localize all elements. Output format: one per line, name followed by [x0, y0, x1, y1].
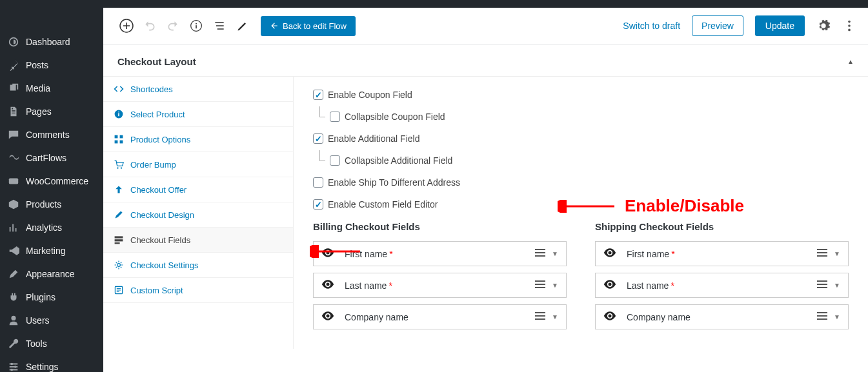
field-label: Company name — [627, 312, 691, 322]
collapse-icon[interactable]: ▲ — [847, 58, 854, 65]
settings-nav-order-bump[interactable]: Order Bump — [103, 152, 293, 177]
svg-rect-0 — [9, 179, 18, 184]
drag-handle-icon[interactable] — [817, 248, 827, 259]
sidebar-label: CartFlows — [26, 153, 66, 163]
appearance-icon — [8, 268, 19, 280]
sidebar-item-appearance[interactable]: Appearance — [0, 262, 103, 286]
settings-nav-checkout-settings[interactable]: Checkout Settings — [103, 253, 293, 278]
svg-point-1 — [11, 363, 14, 366]
field-label: Last name — [345, 280, 387, 291]
preview-button[interactable]: Preview — [692, 15, 743, 36]
eye-icon[interactable] — [321, 248, 334, 259]
switch-to-draft-link[interactable]: Switch to draft — [623, 21, 680, 31]
settings-nav-checkout-design[interactable]: Checkout Design — [103, 202, 293, 228]
eye-icon[interactable] — [321, 311, 334, 322]
settings-nav-checkout-offer[interactable]: Checkout Offer — [103, 177, 293, 202]
svg-rect-15 — [120, 135, 123, 139]
svg-rect-31 — [535, 312, 545, 313]
sidebar-item-marketing[interactable]: Marketing — [0, 239, 103, 262]
svg-rect-16 — [115, 141, 118, 144]
checkbox-label: Collapsible Coupon Field — [345, 112, 445, 122]
svg-rect-27 — [535, 255, 545, 257]
svg-point-8 — [848, 21, 851, 23]
panel-header: Checkout Layout ▲ — [103, 44, 868, 76]
settings-nav-select-product[interactable]: Select Product — [103, 102, 293, 127]
users-icon — [8, 315, 19, 326]
required-asterisk: * — [389, 249, 392, 259]
sidebar-label: Users — [26, 315, 50, 326]
field-label: Company name — [345, 312, 409, 322]
pages-icon — [8, 106, 19, 117]
field-row[interactable]: Company name▼ — [313, 304, 567, 329]
redo-button[interactable] — [161, 14, 185, 37]
sidebar-label: Appearance — [26, 269, 75, 279]
settings-nav-custom-script[interactable]: Custom Script — [103, 278, 293, 303]
content-area: Back to edit Flow Switch to draft Previe… — [103, 8, 868, 372]
checkbox-label: Collapsible Additional Field — [345, 155, 452, 166]
sidebar-item-cartflows[interactable]: CartFlows — [0, 146, 103, 170]
eye-icon[interactable] — [603, 311, 616, 322]
sidebar-item-woocommerce[interactable]: WooCommerce — [0, 170, 103, 193]
eye-icon[interactable] — [603, 248, 616, 259]
sidebar-label: Posts — [26, 60, 48, 70]
drag-handle-icon[interactable] — [817, 280, 827, 291]
settings-nav-checkout-fields[interactable]: Checkout Fields — [103, 228, 293, 253]
sidebar-item-pages[interactable]: Pages — [0, 100, 103, 123]
shipping-fields-column: Shipping Checkout Fields First name*▼Las… — [595, 221, 849, 336]
settings-nav-product-options[interactable]: Product Options — [103, 127, 293, 152]
svg-point-13 — [118, 112, 119, 113]
field-row[interactable]: Last name*▼ — [595, 273, 849, 298]
sidebar-item-dashboard[interactable]: Dashboard — [0, 30, 103, 54]
sidebar-item-plugins[interactable]: Plugins — [0, 286, 103, 309]
svg-point-6 — [196, 23, 197, 24]
drag-handle-icon[interactable] — [817, 311, 827, 322]
sidebar-item-comments[interactable]: Comments — [0, 123, 103, 146]
analytics-icon — [8, 222, 19, 233]
field-row[interactable]: First name*▼ — [595, 241, 849, 266]
add-block-button[interactable] — [115, 14, 138, 37]
checkbox-collapsible-coupon[interactable]: Collapsible Coupon Field — [330, 112, 849, 122]
drag-handle-icon[interactable] — [535, 280, 545, 291]
checkbox-enable-ship-diff[interactable]: Enable Ship To Different Address — [313, 177, 849, 188]
checkbox-enable-custom-field[interactable]: Enable Custom Field Editor — [313, 199, 849, 210]
checkbox-enable-additional[interactable]: Enable Additional Field — [313, 133, 849, 144]
sidebar-label: Plugins — [26, 292, 56, 302]
expand-caret-icon[interactable]: ▼ — [552, 250, 558, 257]
sidebar-label: Comments — [26, 130, 70, 140]
expand-caret-icon[interactable]: ▼ — [552, 282, 558, 289]
svg-rect-36 — [817, 255, 827, 257]
field-row[interactable]: First name*▼ — [313, 241, 567, 266]
sidebar-item-products[interactable]: Products — [0, 193, 103, 216]
back-to-flow-button[interactable]: Back to edit Flow — [261, 16, 356, 36]
settings-gear-button[interactable] — [816, 19, 831, 33]
marketing-icon — [8, 245, 19, 257]
drag-handle-icon[interactable] — [535, 248, 545, 259]
expand-caret-icon[interactable]: ▼ — [834, 250, 840, 257]
expand-caret-icon[interactable]: ▼ — [834, 313, 840, 320]
gear-small-icon — [114, 260, 124, 270]
eye-icon[interactable] — [321, 280, 334, 291]
sidebar-item-settings[interactable]: Settings — [0, 355, 103, 372]
more-options-button[interactable] — [842, 19, 856, 33]
sidebar-item-media[interactable]: Media — [0, 77, 103, 100]
svg-rect-14 — [115, 135, 118, 139]
settings-nav-shortcodes[interactable]: Shortcodes — [103, 77, 293, 102]
outline-button[interactable] — [208, 14, 231, 37]
info-button[interactable] — [185, 14, 208, 37]
sidebar-item-users[interactable]: Users — [0, 309, 103, 332]
sidebar-item-posts[interactable]: Posts — [0, 54, 103, 77]
update-button[interactable]: Update — [755, 15, 805, 36]
sidebar-item-analytics[interactable]: Analytics — [0, 216, 103, 239]
field-row[interactable]: Last name*▼ — [313, 273, 567, 298]
svg-rect-22 — [115, 242, 120, 244]
undo-button[interactable] — [138, 14, 161, 37]
checkbox-collapsible-additional[interactable]: Collapsible Additional Field — [330, 155, 849, 166]
field-row[interactable]: Company name▼ — [595, 304, 849, 329]
edit-button[interactable] — [231, 14, 254, 37]
sidebar-item-tools[interactable]: Tools — [0, 332, 103, 355]
expand-caret-icon[interactable]: ▼ — [834, 282, 840, 289]
drag-handle-icon[interactable] — [535, 311, 545, 322]
eye-icon[interactable] — [603, 280, 616, 291]
expand-caret-icon[interactable]: ▼ — [552, 313, 558, 320]
checkbox-enable-coupon[interactable]: Enable Coupon Field — [313, 90, 849, 100]
